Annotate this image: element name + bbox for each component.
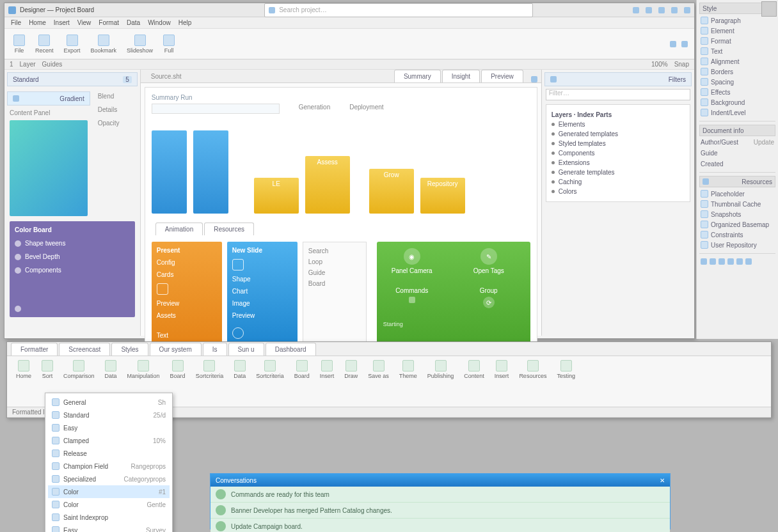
bar-1[interactable] [193, 130, 228, 214]
bottom-ribbon-item[interactable]: Board [168, 359, 188, 380]
prop-res-item[interactable]: Snapshots [699, 209, 775, 219]
bottom-ribbon-item[interactable]: Resources [516, 359, 549, 380]
maximize-icon[interactable] [684, 7, 690, 13]
tab-add-icon[interactable] [531, 76, 537, 82]
grey-2[interactable]: Guide [308, 269, 361, 276]
menu-item[interactable]: Easy [48, 421, 170, 434]
window-control-icon[interactable] [761, 1, 777, 17]
bar-assess[interactable]: Assess [305, 156, 350, 214]
bl-item-1[interactable]: Chart [232, 288, 292, 295]
menu-item[interactable]: Champion FieldRangeprops [48, 460, 170, 473]
bottom-ribbon-item[interactable]: Sort [39, 359, 56, 380]
bt-tab[interactable]: Dashboard [266, 343, 316, 356]
gc-1[interactable]: ✎Open Tags [460, 248, 518, 274]
bottom-ribbon-item[interactable]: Sortcriteria [193, 359, 226, 380]
grey-3[interactable]: Board [308, 280, 361, 287]
more-icon[interactable] [15, 306, 21, 312]
swatch-header[interactable]: Gradient [7, 91, 90, 106]
chat-titlebar[interactable]: Conversations ✕ [210, 474, 670, 487]
menu-item[interactable]: EasySurvey [48, 524, 170, 532]
bottom-ribbon-item[interactable]: Manipulation [125, 359, 163, 380]
prop-tool-icon[interactable] [701, 258, 707, 265]
tree-item[interactable]: Elements [552, 120, 685, 129]
search-input[interactable]: Search project… [264, 3, 533, 17]
tree-item[interactable]: Components [552, 148, 685, 158]
prop-tool-icon[interactable] [727, 258, 734, 265]
gc-3[interactable]: Group⟳ [460, 287, 518, 308]
prop-item[interactable]: Paragraph [699, 15, 775, 26]
or-item-3[interactable]: Assets [157, 312, 217, 319]
bt-tab[interactable]: Our system [150, 343, 202, 356]
mini-details[interactable]: Details [98, 106, 138, 113]
mini-blend[interactable]: Blend [98, 93, 138, 100]
tree-search[interactable]: Filter… [546, 89, 690, 100]
menu-help[interactable]: Help [179, 19, 192, 26]
menu-data[interactable]: Data [127, 19, 140, 26]
prop-item[interactable]: Effects [699, 87, 775, 97]
ribbon-bookmark[interactable]: Bookmark [88, 33, 120, 55]
bl-apply-icon[interactable] [232, 327, 244, 339]
bottom-ribbon-item[interactable]: Data [231, 359, 248, 380]
prop-tool-icon[interactable] [718, 258, 725, 265]
bottom-ribbon-item[interactable]: Content [461, 359, 487, 380]
prop-item[interactable]: Indent/Level [699, 107, 775, 118]
mini-opacity[interactable]: Opacity [98, 120, 138, 127]
prop-item[interactable]: Format [699, 36, 775, 46]
prop-item[interactable]: Borders [699, 66, 775, 77]
prop-tool-icon[interactable] [745, 258, 752, 265]
tree-item[interactable]: Generate templates [552, 168, 685, 177]
tree-item[interactable]: Caching [552, 177, 685, 187]
bl-item-0[interactable]: Shape [232, 276, 292, 283]
tree-header[interactable]: Filters [544, 72, 692, 86]
menu-item[interactable]: ColorGentle [48, 498, 170, 511]
menu-window[interactable]: Window [148, 19, 171, 26]
bt-tab[interactable]: Styles [111, 343, 148, 356]
tab-preview[interactable]: Preview [481, 70, 523, 82]
prop-header-doc[interactable]: Document info [699, 125, 775, 136]
tree-item[interactable]: Styled templates [552, 139, 685, 148]
bottom-ribbon-item[interactable]: Data [102, 359, 120, 380]
prop-item[interactable]: Spacing [699, 77, 775, 87]
prop-res-item[interactable]: Thumbnail Cache [699, 199, 775, 209]
purple-row-1[interactable]: Bevel Depth [15, 253, 130, 260]
bt-tab[interactable]: Screencast [59, 343, 110, 356]
chat-message[interactable]: Banner Developer has merged Pattern Cata… [210, 503, 670, 519]
user-icon[interactable] [633, 7, 639, 13]
bt-tab[interactable]: Is [203, 343, 227, 356]
or-item-1[interactable]: Cards [157, 271, 217, 278]
or-item-4[interactable]: Text [157, 332, 217, 339]
purple-row-2[interactable]: Components [15, 267, 130, 274]
minimize-icon[interactable] [671, 7, 678, 13]
prop-res-item[interactable]: Organized Basemap [699, 219, 775, 230]
prop-tool-icon[interactable] [710, 258, 716, 265]
menu-view[interactable]: View [77, 19, 91, 26]
chat-message[interactable]: Update Campaign board. [210, 519, 670, 532]
or-item-2[interactable]: Preview [157, 300, 217, 307]
lower-tab-anim[interactable]: Animation [155, 223, 203, 235]
bottom-ribbon-item[interactable]: Insert [492, 359, 512, 380]
chat-message[interactable]: Commands are ready for this team [210, 487, 670, 503]
menu-format[interactable]: Format [99, 19, 119, 26]
ribbon-export[interactable]: Export [61, 33, 83, 55]
bar-0[interactable] [152, 130, 187, 214]
prop-item[interactable]: Text [699, 46, 775, 56]
ribbon-full[interactable]: Full [161, 33, 177, 55]
menu-insert[interactable]: Insert [54, 19, 70, 26]
purple-row-0[interactable]: Shape tweens [15, 240, 130, 247]
bottom-ribbon-item[interactable]: Board [292, 359, 312, 380]
ribbon-recent[interactable]: Recent [33, 33, 56, 55]
prop-item[interactable]: Background [699, 97, 775, 107]
bottom-ribbon-item[interactable]: Testing [554, 359, 578, 380]
bt-tab[interactable]: Formatter [11, 343, 58, 356]
menu-file[interactable]: File [11, 19, 21, 26]
tree-item[interactable]: Generated templates [552, 129, 685, 139]
menu-item[interactable]: Standard25/d [48, 409, 170, 421]
comment-icon[interactable] [658, 7, 665, 13]
globe-icon[interactable] [646, 7, 652, 13]
close-icon[interactable]: ✕ [660, 477, 665, 484]
bar-repo[interactable]: Repository [420, 178, 465, 214]
gc-2[interactable]: Commands [383, 287, 441, 308]
tab-insight[interactable]: Insight [442, 70, 480, 82]
menu-home[interactable]: Home [29, 19, 46, 26]
bottom-ribbon-item[interactable]: Comparison [61, 359, 97, 380]
